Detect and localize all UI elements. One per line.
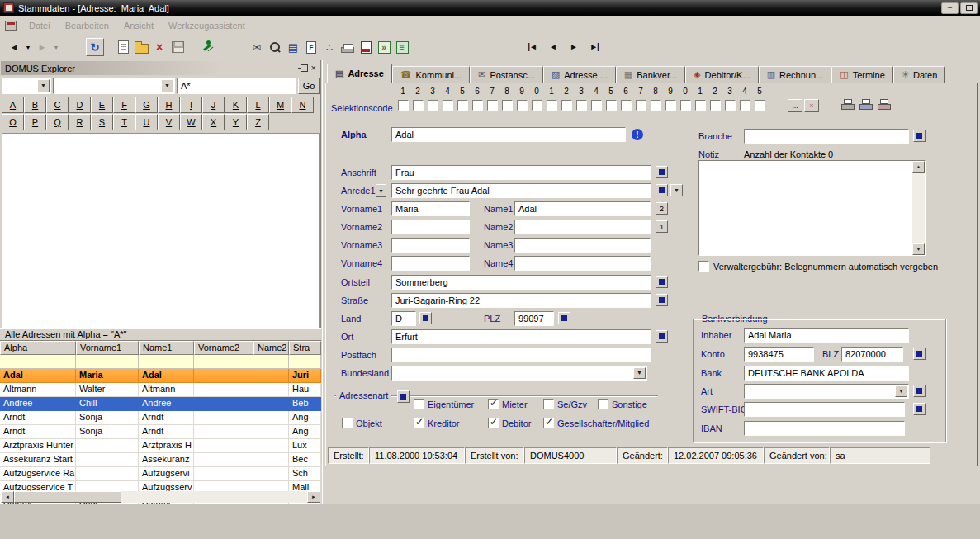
selektionscode-checkbox[interactable] <box>755 100 765 111</box>
selektionscode-checkbox[interactable] <box>413 100 424 111</box>
inhaber-field[interactable]: Adal Maria <box>744 328 909 343</box>
alpha-letter-button[interactable]: D <box>69 97 91 113</box>
forward-button[interactable]: ► <box>33 38 51 56</box>
name3-field[interactable] <box>514 238 651 253</box>
swift-lookup-button[interactable] <box>913 403 926 415</box>
search-input[interactable]: A* <box>177 78 296 94</box>
scroll-left-icon[interactable]: ◄ <box>1 491 14 503</box>
alpha-letter-button[interactable]: X <box>202 114 225 130</box>
alpha-letter-button[interactable]: I <box>180 97 202 113</box>
field-select[interactable]: Alpha▼ <box>53 78 175 94</box>
art-lookup-button[interactable] <box>913 385 926 397</box>
vorname4-field[interactable] <box>391 256 470 271</box>
alpha-letter-button[interactable]: S <box>91 114 113 130</box>
letter-button[interactable]: ✉ <box>248 38 266 56</box>
verwaltergebuehr-checkbox[interactable]: Verwaltergebühr: Belegnummern automatisc… <box>698 261 938 272</box>
alpha-letter-button[interactable]: L <box>247 97 269 113</box>
checkbox-objekt[interactable]: Objekt <box>342 418 382 428</box>
alpha-letter-button[interactable]: H <box>158 97 180 113</box>
maximize-button[interactable] <box>960 2 978 14</box>
selektionscode-checkbox[interactable] <box>725 100 736 111</box>
land-lookup-button[interactable] <box>419 312 432 324</box>
filter-cell[interactable] <box>253 355 289 369</box>
selektionscode-checkbox[interactable] <box>547 100 557 111</box>
export-button[interactable]: » <box>375 38 393 56</box>
table-row[interactable]: Adal Maria Adal Juri <box>0 369 321 383</box>
table-row[interactable]: Andree Chill Andree Beb <box>0 397 321 411</box>
vorname1-field[interactable]: Maria <box>391 201 470 216</box>
scrollbar-thumb[interactable] <box>14 491 121 503</box>
postfach-field[interactable] <box>391 348 651 362</box>
checkbox-box[interactable] <box>342 418 353 428</box>
iban-field[interactable] <box>744 421 905 436</box>
swift-field[interactable] <box>744 402 905 417</box>
anrede1-lookup-button[interactable] <box>656 184 668 196</box>
alpha-letter-button[interactable]: F <box>113 97 135 113</box>
info-icon[interactable]: ! <box>632 129 643 140</box>
tab-bankverbindung[interactable]: ▦ Bankver... <box>616 66 685 83</box>
alpha-letter-button[interactable]: A <box>2 97 24 113</box>
alpha-field[interactable]: Adal <box>391 127 626 142</box>
tab-termine[interactable]: ◫ Termine <box>831 66 893 83</box>
alpha-letter-button[interactable]: Y <box>225 114 247 130</box>
column-header[interactable]: Stra <box>289 341 321 355</box>
strasse-field[interactable]: Juri-Gagarin-Ring 22 <box>391 293 651 308</box>
name2-count-button[interactable]: 1 <box>656 220 668 233</box>
delete-button[interactable]: × <box>150 38 168 56</box>
checkbox-se-gzv[interactable]: Se/Gzv <box>543 399 587 409</box>
vorname2-field[interactable] <box>391 220 470 234</box>
filter-cell[interactable] <box>289 355 321 369</box>
alpha-letter-button[interactable]: T <box>113 114 135 130</box>
konto-field[interactable]: 9938475 <box>744 347 814 362</box>
notiz-textarea[interactable]: ▲ ▼ <box>698 160 926 256</box>
filter-cell[interactable] <box>0 355 76 369</box>
adressenart-lookup-button[interactable] <box>397 390 410 403</box>
name1-count-button[interactable]: 2 <box>656 202 668 215</box>
refresh-button[interactable]: ↻ <box>86 38 104 56</box>
selektionscode-checkbox[interactable] <box>621 100 632 111</box>
anrede1-dropdown-button[interactable]: ▼ <box>670 184 683 196</box>
tab-kommunikation[interactable]: ☎ Kommuni... <box>392 66 470 83</box>
scroll-up-icon[interactable]: ▲ <box>912 161 925 173</box>
selektionscode-checkbox[interactable] <box>680 100 691 111</box>
chevron-down-icon[interactable]: ▼ <box>895 385 907 397</box>
selektionscode-checkbox[interactable] <box>665 100 676 111</box>
menu-ansicht[interactable]: Ansicht <box>116 21 161 31</box>
anrede1-label-dropdown[interactable]: ▼ <box>376 184 386 197</box>
art-select[interactable]: Deutsche Bankverbindung▼ <box>744 384 909 399</box>
printer-icon-2[interactable] <box>859 98 874 111</box>
vorname3-field[interactable] <box>391 238 470 253</box>
alpha-letter-button[interactable]: R <box>69 114 91 130</box>
table-row[interactable]: Assekuranz Start Assekuranz Bec <box>0 453 321 467</box>
tab-debitor[interactable]: ◈ Debitor/K... <box>685 66 759 83</box>
selektionscode-checkbox[interactable] <box>591 100 602 111</box>
first-record-button[interactable]: |◄ <box>522 38 542 55</box>
alpha-letter-button[interactable]: P <box>24 114 46 130</box>
alpha-letter-button[interactable]: B <box>24 97 46 113</box>
save-button[interactable] <box>168 38 187 56</box>
anschrift-lookup-button[interactable] <box>656 166 668 178</box>
print-button[interactable] <box>339 38 357 56</box>
checkbox-box[interactable] <box>488 418 499 428</box>
filter-cell[interactable] <box>76 355 139 369</box>
minimize-button[interactable]: – <box>941 2 959 14</box>
close-icon[interactable]: × <box>311 64 316 73</box>
name2-field[interactable] <box>514 220 651 234</box>
alpha-letter-button[interactable]: C <box>46 97 69 113</box>
selektionscode-checkbox[interactable] <box>428 100 438 111</box>
selektionscode-checkbox[interactable] <box>740 100 750 111</box>
selektionscode-checkbox[interactable] <box>502 100 513 111</box>
land-field[interactable]: D <box>391 311 416 326</box>
plz-field[interactable]: 99097 <box>514 311 554 326</box>
checkbox-box[interactable] <box>414 418 424 428</box>
alpha-letter-button[interactable]: Q <box>46 114 69 130</box>
alpha-letter-button[interactable]: K <box>225 97 247 113</box>
name1-field[interactable]: Adal <box>514 201 651 216</box>
chevron-down-icon[interactable]: ▼ <box>633 367 646 379</box>
assistant-button[interactable] <box>198 38 216 56</box>
open-button[interactable] <box>132 38 150 56</box>
alpha-letter-button[interactable]: Z <box>247 114 269 130</box>
selektionscode-checkbox[interactable] <box>576 100 587 111</box>
new-button[interactable] <box>114 38 132 56</box>
checkbox-box[interactable] <box>414 399 424 409</box>
